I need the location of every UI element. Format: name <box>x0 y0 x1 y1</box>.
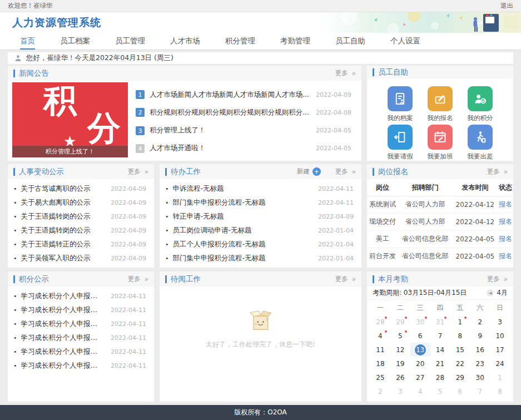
news-item[interactable]: 3积分管理上线了！2022-04-05 <box>136 123 354 139</box>
nav-tab-4[interactable]: 积分管理 <box>225 33 255 50</box>
list-item[interactable]: •申诉流程-无标题2022-04-11 <box>165 182 356 196</box>
list-item[interactable]: •学习成长积分个人申报公示2022-04-11 <box>13 289 148 303</box>
news-more-link[interactable]: 更多» <box>335 69 356 77</box>
list-item[interactable]: •关于吴领军入职的公示2022-04-09 <box>13 251 148 265</box>
list-item[interactable]: •员工个人申报积分流程-无标题2022-01-04 <box>165 238 356 251</box>
apply-link[interactable]: 报名 <box>499 200 512 208</box>
calendar-day-cell[interactable]: 26 <box>390 370 410 384</box>
list-item[interactable]: •学习成长积分个人申报公示2022-04-11 <box>13 359 148 373</box>
self-service-item[interactable]: 我的档案 <box>381 86 420 122</box>
list-item[interactable]: •学习成长积分个人申报公示2022-04-11 <box>13 317 148 331</box>
calendar-day-cell[interactable]: 22 <box>450 357 470 370</box>
job-signup-more-link[interactable]: 更多» <box>487 167 508 176</box>
calendar-day-cell[interactable]: 29 <box>450 370 470 384</box>
nav-tab-3[interactable]: 人才市场 <box>170 33 200 50</box>
attendance-title: 本月考勤 <box>378 274 408 284</box>
job-row: 现场交付省公司人力部2022-04-12报名 <box>367 213 513 230</box>
calendar-day-cell[interactable]: 4 <box>410 384 430 398</box>
calendar-day-cell[interactable]: 8 <box>490 384 510 398</box>
list-item[interactable]: •关于易大彪离职的公示2022-04-09 <box>13 196 148 210</box>
calendar-day-cell[interactable]: 6 <box>410 329 430 343</box>
list-item[interactable]: •学习成长积分个人申报公示2022-04-11 <box>13 303 148 317</box>
calendar-day-cell[interactable]: 2 <box>470 315 490 329</box>
calendar-day-cell[interactable]: 10 <box>490 329 510 343</box>
news-item[interactable]: 2积分规则积分规则积分规则积分规则积分规则积分...2022-04-08 <box>136 105 354 120</box>
nav-tab-1[interactable]: 员工档案 <box>60 33 90 50</box>
news-image[interactable]: 积 分 ★ 积分管理上线了！ <box>12 82 128 157</box>
list-item[interactable]: •学习成长积分个人申报公示2022-04-11 <box>13 331 148 345</box>
calendar-day-cell[interactable]: 20 <box>410 357 430 370</box>
list-item[interactable]: •关于王语嫣转岗的公示2022-04-09 <box>13 210 148 224</box>
self-service-item[interactable]: 我的积分 <box>461 86 500 122</box>
apply-link[interactable]: 报名 <box>499 235 512 243</box>
list-item[interactable]: •学习成长积分个人申报公示2022-04-11 <box>13 345 148 359</box>
calendar-day-cell[interactable]: 5 <box>390 329 410 343</box>
self-service-item[interactable]: 我要出差 <box>461 125 500 161</box>
logout-button[interactable]: 退出 <box>500 2 513 10</box>
calendar-day-cell[interactable]: 6 <box>450 384 470 398</box>
calendar-day-cell[interactable]: 21 <box>430 357 450 370</box>
calendar-day-cell[interactable]: 23 <box>470 357 490 370</box>
self-service-item[interactable]: 我要加班 <box>421 125 460 161</box>
job-cell: 前台开发 <box>367 248 398 265</box>
calendar-day-cell[interactable]: 29 <box>390 315 410 329</box>
calendar-day-cell[interactable]: 18 <box>370 357 390 370</box>
list-item[interactable]: •员工岗位调动申请-无标题2022-01-04 <box>165 224 356 238</box>
nav-tab-2[interactable]: 员工管理 <box>115 33 145 50</box>
nav-tab-5[interactable]: 考勤管理 <box>280 33 310 50</box>
news-item[interactable]: 1人才市场新闻人才市场新闻人才市场新闻人才市场...2022-04-09 <box>136 87 354 102</box>
footer: 版权所有：O2OA <box>0 405 521 420</box>
list-item[interactable]: •部门集中申报积分流程-无标题2022-04-11 <box>165 196 356 210</box>
apply-link[interactable]: 报名 <box>499 252 512 260</box>
list-item[interactable]: •关于古笃诚离职的公示2022-04-09 <box>13 182 148 196</box>
job-cell: 省公司人力部 <box>398 196 453 213</box>
calendar-day-cell[interactable]: 25 <box>370 370 390 384</box>
list-item[interactable]: •转正申请-无标题2022-04-09 <box>165 210 356 224</box>
calendar-day-cell[interactable]: 19 <box>390 357 410 370</box>
calendar-day-cell[interactable]: 11 <box>370 343 390 357</box>
calendar-day-cell[interactable]: 7 <box>470 384 490 398</box>
list-item[interactable]: •关于王语嫣转岗的公示2022-04-09 <box>13 224 148 238</box>
calendar-day-cell[interactable]: 24 <box>490 357 510 370</box>
calendar-day-cell[interactable]: 9 <box>470 329 490 343</box>
calendar-day-cell[interactable]: 5 <box>430 384 450 398</box>
list-item[interactable]: •关于王语嫣转正的公示2022-04-09 <box>13 238 148 251</box>
calendar-day-cell[interactable]: 1 <box>490 370 510 384</box>
calendar-day-cell[interactable]: 15 <box>450 343 470 357</box>
calendar-day-cell[interactable]: 3 <box>390 384 410 398</box>
calendar-day-cell[interactable]: 30 <box>410 315 430 329</box>
calendar-day-cell[interactable]: 7 <box>430 329 450 343</box>
calendar-day-cell[interactable]: 27 <box>410 370 430 384</box>
calendar-day-cell[interactable]: 12 <box>390 343 410 357</box>
calendar-day-cell[interactable]: 14 <box>430 343 450 357</box>
todo-more-link[interactable]: 更多» <box>335 167 356 176</box>
calendar-day-cell[interactable]: 1 <box>450 315 470 329</box>
self-service-item[interactable]: 我的报名 <box>421 86 460 122</box>
calendar-day-cell[interactable]: 4 <box>370 329 390 343</box>
nav-tab-7[interactable]: 个人设置 <box>390 33 420 50</box>
apply-link[interactable]: 报名 <box>499 218 512 225</box>
calendar-day-cell[interactable]: 17 <box>490 343 510 357</box>
new-task-button[interactable]: 新建 + <box>297 167 321 176</box>
prev-month-button[interactable]: ◀ <box>487 289 494 297</box>
news-item[interactable]: 4人才市场开通啦！2022-04-05 <box>136 141 354 156</box>
bullet-icon: • <box>165 227 169 234</box>
hr-changes-more-link[interactable]: 更多» <box>128 167 148 176</box>
list-item[interactable]: •部门集中申报积分流程-无标题2022-01-04 <box>165 251 356 265</box>
calendar-day-cell[interactable]: 2 <box>370 384 390 398</box>
calendar-day-cell[interactable]: 3 <box>490 315 510 329</box>
calendar-day-cell[interactable]: 28 <box>430 370 450 384</box>
job-signup-header: 岗位报名 更多» <box>367 164 513 179</box>
calendar-day-cell[interactable]: 31 <box>430 315 450 329</box>
toread-more-link[interactable]: 更多» <box>335 275 356 283</box>
nav-tab-0[interactable]: 首页 <box>20 33 35 50</box>
calendar-day-cell[interactable]: 13 <box>410 343 430 357</box>
calendar-day-cell[interactable]: 8 <box>450 329 470 343</box>
nav-tab-6[interactable]: 员工自助 <box>335 33 365 50</box>
points-more-link[interactable]: 更多» <box>128 275 148 283</box>
calendar-day-cell[interactable]: 28 <box>370 315 390 329</box>
self-service-item[interactable]: 我要请假 <box>381 125 420 161</box>
calendar-day-cell[interactable]: 16 <box>470 343 490 357</box>
attendance-more-link[interactable]: 更多» <box>487 275 508 283</box>
calendar-day-cell[interactable]: 30 <box>470 370 490 384</box>
